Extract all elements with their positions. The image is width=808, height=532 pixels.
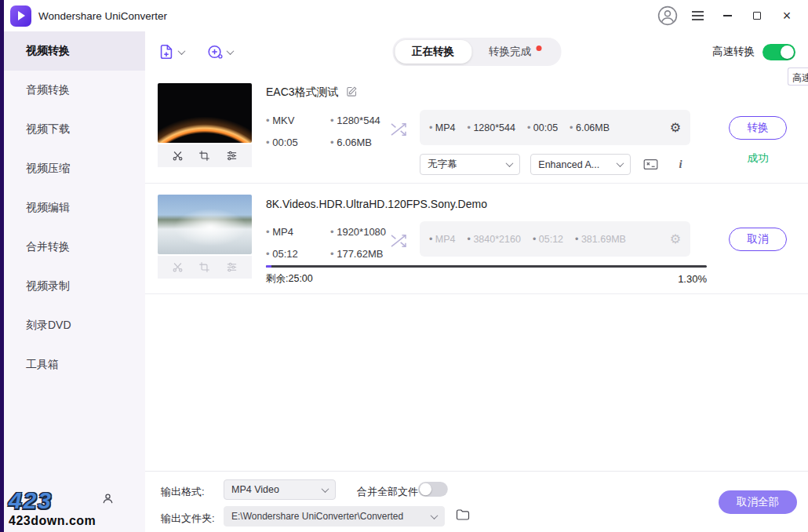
convert-arrow-icon [390,234,407,251]
time-remaining: 剩余:25:00 [266,272,313,286]
target-resolution: 3840*2160 [468,234,521,245]
target-duration: 00:05 [527,122,558,133]
cancel-all-button[interactable]: 取消全部 [719,490,797,514]
close-button[interactable]: × [775,4,799,27]
minimize-button[interactable] [715,4,739,27]
sidebar-item-video-compress[interactable]: 视频压缩 [4,149,145,188]
status-success-label: 成功 [748,151,769,166]
tab-converting[interactable]: 正在转换 [395,40,471,64]
merge-all-toggle[interactable] [418,482,448,497]
cancel-button[interactable]: 取消 [729,228,787,251]
sidebar: 视频转换 音频转换 视频下载 视频压缩 视频编辑 合并转换 视频录制 刻录DVD… [4,31,145,532]
sidebar-item-burn-dvd[interactable]: 刻录DVD [4,306,145,345]
source-format: MKV [266,115,318,126]
subtitle-edit-icon[interactable] [641,156,661,173]
tab-finished-label: 转换完成 [489,45,531,59]
output-folder-label: 输出文件夹: [161,512,215,526]
main-toolbar: 正在转换 转换完成 高速转换 [145,31,808,72]
footer-bar: 输出格式: MP4 Video 合并全部文件 输出文件夹: E:\Wonders… [145,471,808,532]
source-resolution: 1920*1080 [330,226,390,238]
source-size: 177.62MB [330,248,390,260]
tab-switcher: 正在转换 转换完成 [392,38,561,66]
convert-button[interactable]: 转换 [729,116,787,140]
chevron-down-icon [178,47,186,55]
task-row: 8K.Videos.HDR.UltraHD.120FPS.Sony.Demo M… [145,184,808,294]
chevron-down-icon [506,159,514,167]
source-info: MP4 1920*1080 05:12 177.62MB [266,226,390,260]
gear-icon[interactable]: ⚙ [670,122,681,134]
audio-dropdown-value: Enhanced A... [538,159,599,170]
progress-bar: 剩余:25:00 1.30% [266,265,707,286]
add-file-button[interactable] [158,43,184,60]
fast-convert-label: 高速转换 [712,45,755,59]
output-folder-value: E:\Wondershare UniConverter\Converted [231,511,403,522]
sidebar-item-video-download[interactable]: 视频下载 [4,110,145,149]
chevron-down-icon [431,512,439,519]
app-window: Wondershare UniConverter × 视频转换 音频转换 视频下… [0,0,808,532]
source-info: MKV 1280*544 00:05 6.06MB [266,115,390,148]
target-duration: 05:12 [533,234,563,245]
output-settings: MP4 3840*2160 05:12 381.69MB ⚙ [420,221,690,257]
video-thumbnail[interactable] [158,195,252,254]
chevron-down-icon [616,159,624,167]
gear-icon[interactable]: ⚙ [670,233,681,246]
sidebar-item-video-edit[interactable]: 视频编辑 [4,188,145,228]
output-settings: MP4 1280*544 00:05 6.06MB ⚙ [420,110,690,145]
tab-converting-label: 正在转换 [412,45,454,59]
sidebar-item-toolbox[interactable]: 工具箱 [4,345,145,384]
target-format: MP4 [429,234,456,245]
sidebar-item-video-convert[interactable]: 视频转换 [4,31,145,71]
watermark-text: 423down.com [9,515,96,527]
target-size: 381.69MB [575,234,626,245]
target-size: 6.06MB [570,122,610,133]
person-icon[interactable] [101,492,115,508]
fast-convert-toggle[interactable] [763,44,795,60]
output-format-dropdown[interactable]: MP4 Video [224,479,336,500]
progress-track [266,265,707,268]
app-title: Wondershare UniConverter [38,10,167,22]
video-thumbnail[interactable] [158,83,252,143]
sidebar-item-screen-record[interactable]: 视频录制 [4,267,145,306]
source-duration: 05:12 [266,248,318,260]
menu-icon[interactable] [686,4,709,27]
sidebar-item-audio-convert[interactable]: 音频转换 [4,71,145,110]
task-list: EAC3格式测试 MKV 1280*544 00:05 [145,72,808,471]
notification-dot [536,46,541,51]
chevron-down-icon [227,47,235,55]
watermark-logo: 423 423down.com [9,489,96,527]
output-format-label: 输出格式: [161,485,205,499]
sidebar-item-merge-convert[interactable]: 合并转换 [4,228,145,267]
convert-arrow-icon [390,122,407,140]
subtitle-dropdown-value: 无字幕 [428,158,457,171]
target-resolution: 1280*544 [468,122,515,133]
source-format: MP4 [266,226,318,238]
merge-all-label: 合并全部文件 [357,485,418,499]
trim-icon[interactable] [172,150,184,162]
add-device-button[interactable] [206,43,233,60]
crop-icon[interactable] [198,150,210,162]
output-folder-dropdown[interactable]: E:\Wondershare UniConverter\Converted [224,506,445,527]
subtitle-dropdown[interactable]: 无字幕 [420,154,520,175]
open-folder-icon[interactable] [456,508,470,524]
source-resolution: 1280*544 [330,115,390,126]
tab-finished[interactable]: 转换完成 [471,40,559,64]
edit-title-icon[interactable] [346,86,358,100]
task-row: EAC3格式测试 MKV 1280*544 00:05 [145,72,808,184]
info-icon[interactable]: i [671,156,690,173]
progress-fill [266,265,271,268]
task-title: EAC3格式测试 [266,86,339,100]
target-format: MP4 [429,122,456,133]
effects-icon[interactable] [226,261,238,273]
audio-dropdown[interactable]: Enhanced A... [530,154,630,175]
trim-icon[interactable] [172,261,184,273]
watermark-423: 423 [9,489,96,512]
effects-icon[interactable] [226,150,238,162]
source-duration: 00:05 [266,137,318,148]
account-avatar-icon[interactable] [656,4,679,27]
crop-icon[interactable] [198,261,210,273]
chevron-down-icon [322,485,329,493]
thumbnail-toolbar [158,144,252,167]
fast-convert-tooltip: 高速转换 [788,67,808,86]
maximize-button[interactable] [745,4,769,27]
app-logo-icon [10,5,31,27]
